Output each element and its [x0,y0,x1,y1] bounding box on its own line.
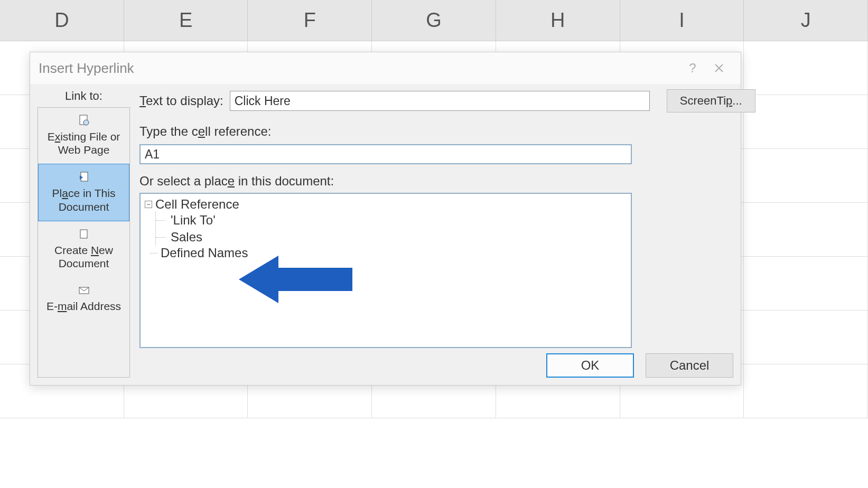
linkto-item-label: E-mail Address [46,299,121,313]
linkto-create-new-document[interactable]: Create New Document [38,221,129,277]
text-to-display-label: Text to display: [139,93,223,108]
cell-reference-input[interactable] [139,144,632,164]
or-select-place-label: Or select a place in this document: [139,174,755,189]
cell[interactable] [744,149,868,202]
link-to-panel: Existing File or Web Page Place in This … [38,107,130,378]
cell[interactable] [744,364,868,418]
column-header[interactable]: J [744,0,868,41]
text-to-display-input[interactable] [230,91,650,111]
cancel-button[interactable]: Cancel [646,353,733,378]
column-header[interactable]: G [372,0,496,41]
linkto-item-label: Create New Document [41,243,126,270]
close-button[interactable] [706,58,732,79]
tree-node-sheet-sales[interactable]: Sales [156,229,627,246]
tree-node-label: Cell Reference [155,197,239,212]
email-icon [78,284,90,296]
svg-rect-3 [80,230,87,238]
document-bookmark-icon [78,171,90,183]
document-place-tree[interactable]: − Cell Reference 'Link To' Sales Defined… [139,193,632,348]
insert-hyperlink-dialog: Insert Hyperlink ? Link to: Existing Fil… [30,52,741,386]
tree-node-cell-reference[interactable]: − Cell Reference [145,197,627,212]
column-header-row: D E F G H I J [0,0,868,41]
column-header[interactable]: D [0,0,124,41]
cell[interactable] [744,311,868,364]
close-icon [714,63,724,73]
linkto-item-label: Place in This Document [42,186,126,213]
help-button[interactable]: ? [679,58,706,79]
dialog-titlebar: Insert Hyperlink ? [30,52,741,84]
dialog-button-row: OK Cancel [546,353,733,378]
ok-button[interactable]: OK [546,353,634,378]
cell[interactable] [744,95,868,148]
cell-reference-label: Type the cell reference: [139,124,755,139]
svg-point-1 [83,120,89,125]
tree-node-label: Defined Names [161,246,248,260]
new-document-icon [78,228,90,240]
linkto-existing-file[interactable]: Existing File or Web Page [38,108,129,164]
cell[interactable] [744,257,868,310]
screentip-button[interactable]: ScreenTip... [667,89,755,112]
column-header[interactable]: H [496,0,620,41]
cell[interactable] [744,41,868,95]
linkto-email-address[interactable]: E-mail Address [38,277,129,320]
globe-file-icon [78,114,90,127]
tree-node-defined-names[interactable]: Defined Names [145,246,627,260]
dialog-title: Insert Hyperlink [39,60,679,77]
tree-node-sheet-link-to[interactable]: 'Link To' [156,212,627,229]
content-panel: Text to display: ScreenTip... Type the c… [130,89,755,378]
linkto-place-in-document[interactable]: Place in This Document [38,164,129,221]
svg-rect-2 [81,172,88,181]
column-header[interactable]: F [248,0,372,41]
link-to-label: Link to: [62,89,106,103]
column-header[interactable]: E [124,0,248,41]
column-header[interactable]: I [620,0,744,41]
linkto-item-label: Existing File or Web Page [41,130,126,156]
cell[interactable] [744,203,868,256]
collapse-toggle-icon[interactable]: − [145,201,152,208]
